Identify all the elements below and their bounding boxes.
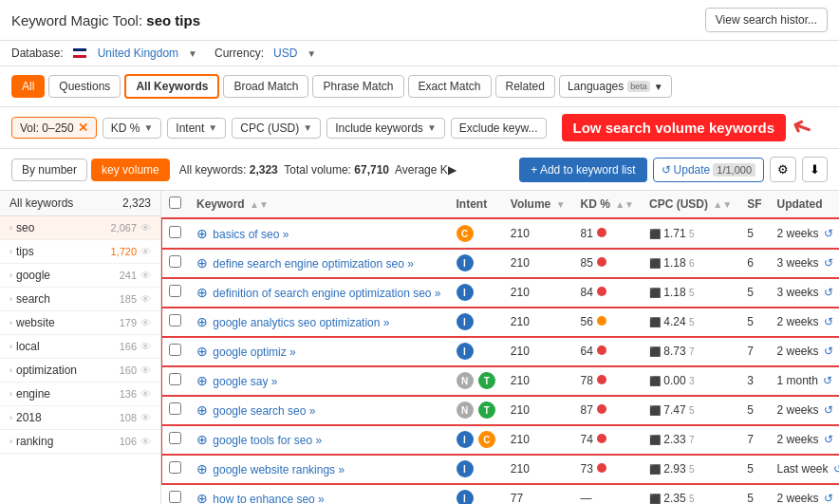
add-icon[interactable]: ⊕ xyxy=(196,285,208,300)
add-icon[interactable]: ⊕ xyxy=(196,314,208,329)
kd-filter[interactable]: KD % ▼ xyxy=(103,118,162,139)
sidebar-item[interactable]: › seo 2,067 👁 xyxy=(0,216,160,240)
export-button[interactable]: ⬇ xyxy=(802,157,828,182)
eye-icon[interactable]: 👁 xyxy=(140,341,151,352)
eye-icon[interactable]: 👁 xyxy=(140,412,151,423)
add-icon[interactable]: ⊕ xyxy=(196,226,208,241)
add-icon[interactable]: ⊕ xyxy=(196,255,208,271)
col-sf[interactable]: SF xyxy=(739,191,769,218)
add-to-keyword-list-button[interactable]: + Add to keyword list xyxy=(519,158,646,182)
sidebar-item[interactable]: › tips 1,720 👁 xyxy=(0,240,160,264)
cpc-filter[interactable]: CPC (USD) ▼ xyxy=(232,118,321,139)
refresh-icon[interactable]: ↺ xyxy=(833,462,839,476)
keyword-link[interactable]: google tools for seo » xyxy=(213,434,322,447)
row-checkbox[interactable] xyxy=(169,344,181,356)
sf-cell: 6 xyxy=(739,249,769,278)
refresh-icon[interactable]: ↺ xyxy=(824,403,833,417)
update-button[interactable]: ↺ Update 1/1,000 xyxy=(653,158,764,182)
col-volume[interactable]: Volume ▼ xyxy=(503,191,573,218)
row-checkbox[interactable] xyxy=(169,373,181,385)
add-icon[interactable]: ⊕ xyxy=(196,402,208,418)
eye-icon[interactable]: 👁 xyxy=(140,364,151,376)
settings-button[interactable]: ⚙ xyxy=(770,157,796,182)
tab-all-keywords[interactable]: All Keywords xyxy=(124,74,219,99)
row-checkbox[interactable] xyxy=(169,226,181,238)
sidebar-item-count: 160 xyxy=(120,364,137,376)
sidebar-item[interactable]: › website 179 👁 xyxy=(0,311,160,335)
keyword-link[interactable]: google search seo » xyxy=(213,404,315,418)
intent-filter[interactable]: Intent ▼ xyxy=(167,118,226,139)
vol-filter[interactable]: Vol: 0–250 ✕ xyxy=(11,117,97,139)
keyword-link[interactable]: define search engine optimization seo » xyxy=(213,257,413,271)
country-link[interactable]: United Kingdom xyxy=(98,47,178,60)
add-icon[interactable]: ⊕ xyxy=(196,491,208,504)
tab-broad-match[interactable]: Broad Match xyxy=(223,75,308,98)
eye-icon[interactable]: 👁 xyxy=(140,222,151,233)
tab-exact-match[interactable]: Exact Match xyxy=(408,75,492,98)
add-icon[interactable]: ⊕ xyxy=(196,373,208,388)
row-checkbox[interactable] xyxy=(169,285,181,297)
col-cpc[interactable]: CPC (USD) ▲▼ xyxy=(642,191,739,218)
view-history-button[interactable]: View search histor... xyxy=(705,8,828,32)
select-all-checkbox[interactable] xyxy=(169,196,181,209)
tab-all[interactable]: All xyxy=(11,75,45,98)
refresh-icon[interactable]: ↺ xyxy=(824,315,833,328)
refresh-icon[interactable]: ↺ xyxy=(824,492,833,504)
col-kd[interactable]: KD % ▲▼ xyxy=(573,191,642,218)
col-keyword[interactable]: Keyword ▲▼ xyxy=(189,191,449,218)
exclude-filter[interactable]: Exclude keyw... xyxy=(451,118,547,139)
row-checkbox[interactable] xyxy=(169,255,181,268)
keyword-link[interactable]: google optimiz » xyxy=(213,345,295,359)
tab-phrase-match[interactable]: Phrase Match xyxy=(312,75,403,98)
row-checkbox[interactable] xyxy=(169,432,181,444)
eye-icon[interactable]: 👁 xyxy=(140,270,151,281)
add-icon[interactable]: ⊕ xyxy=(196,344,208,359)
row-checkbox[interactable] xyxy=(169,461,181,474)
refresh-icon[interactable]: ↺ xyxy=(824,433,833,446)
intent-badge: I xyxy=(457,343,474,360)
add-icon[interactable]: ⊕ xyxy=(196,432,208,447)
eye-icon[interactable]: 👁 xyxy=(140,293,151,305)
updated-cell: 2 weeks ↺ xyxy=(770,308,840,337)
sidebar-item-count: 2,067 xyxy=(110,222,137,233)
vol-close-icon[interactable]: ✕ xyxy=(78,121,88,135)
currency-link[interactable]: USD xyxy=(273,47,297,60)
keyword-link[interactable]: google website rankings » xyxy=(213,463,345,476)
eye-icon[interactable]: 👁 xyxy=(140,317,151,328)
tab-questions[interactable]: Questions xyxy=(48,75,121,98)
row-checkbox[interactable] xyxy=(169,491,181,503)
include-filter[interactable]: Include keywords ▼ xyxy=(326,118,445,139)
add-icon[interactable]: ⊕ xyxy=(196,461,208,476)
by-volume-button[interactable]: key volume xyxy=(91,159,170,181)
refresh-icon[interactable]: ↺ xyxy=(824,286,833,299)
sidebar-item-right: 160 👁 xyxy=(120,364,151,376)
refresh-icon[interactable]: ↺ xyxy=(824,345,833,358)
table-row: ⊕ google search seo » N T 210 87 ⬛ 7.47 … xyxy=(161,396,839,425)
refresh-icon[interactable]: ↺ xyxy=(824,256,833,270)
languages-dropdown[interactable]: Languages beta ▼ xyxy=(559,75,672,98)
by-number-button[interactable]: By number xyxy=(11,159,87,181)
eye-icon[interactable]: 👁 xyxy=(140,388,151,400)
chevron-right-icon: › xyxy=(9,365,12,375)
sidebar-item[interactable]: › ranking 106 👁 xyxy=(0,430,160,454)
row-checkbox[interactable] xyxy=(169,402,181,415)
row-checkbox[interactable] xyxy=(169,314,181,327)
keyword-link[interactable]: google say » xyxy=(213,375,277,388)
sidebar-item[interactable]: › optimization 160 👁 xyxy=(0,359,160,383)
col-updated[interactable]: Updated xyxy=(770,191,840,218)
sidebar-item[interactable]: › engine 136 👁 xyxy=(0,383,160,406)
sidebar-item[interactable]: › google 241 👁 xyxy=(0,264,160,288)
sidebar-item[interactable]: › search 185 👁 xyxy=(0,288,160,311)
keyword-link[interactable]: definition of search engine optimization… xyxy=(213,287,440,300)
refresh-icon[interactable]: ↺ xyxy=(824,227,833,240)
tab-related[interactable]: Related xyxy=(495,75,555,98)
col-intent[interactable]: Intent xyxy=(449,191,503,218)
sidebar-item[interactable]: › local 166 👁 xyxy=(0,335,160,359)
refresh-icon[interactable]: ↺ xyxy=(823,374,832,387)
sidebar-item[interactable]: › 2018 108 👁 xyxy=(0,406,160,430)
eye-icon[interactable]: 👁 xyxy=(140,246,151,257)
keyword-link[interactable]: google analytics seo optimization » xyxy=(213,316,389,329)
keyword-link[interactable]: basics of seo » xyxy=(213,228,289,241)
eye-icon[interactable]: 👁 xyxy=(140,436,151,447)
keyword-link[interactable]: how to enhance seo » xyxy=(213,493,324,504)
